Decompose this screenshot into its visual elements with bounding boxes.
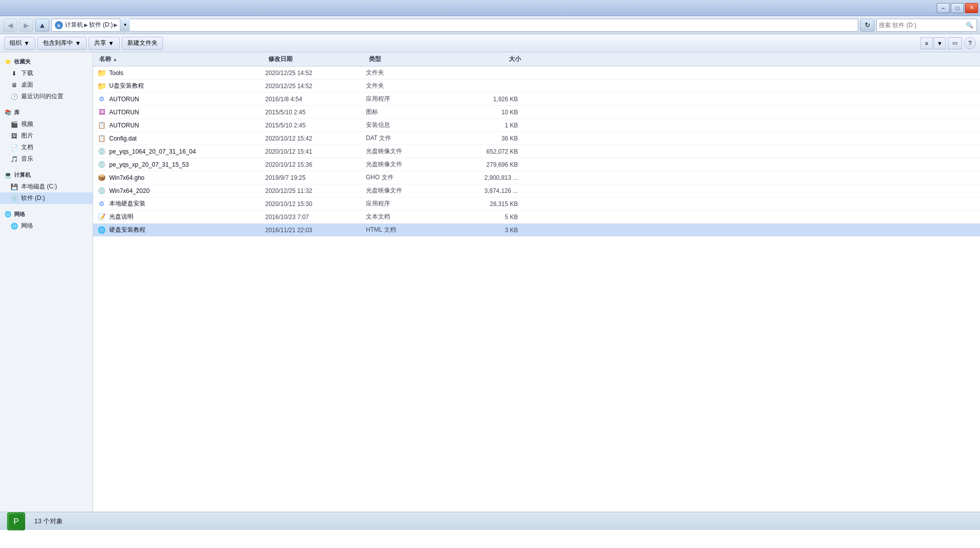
file-row[interactable]: 📋 AUTORUN 2015/5/10 2:45 安装信息 1 KB — [93, 119, 980, 132]
file-icon: ⚙ — [97, 95, 106, 104]
file-row[interactable]: 🌐 硬盘安装教程 2016/11/21 22:03 HTML 文档 3 KB — [93, 224, 980, 237]
pictures-icon: 🖼 — [10, 132, 18, 140]
view-dropdown-button[interactable]: ▼ — [934, 37, 946, 49]
file-type: DAT 文件 — [366, 134, 457, 143]
file-row[interactable]: 🖼 AUTORUN 2015/5/10 2:45 图标 10 KB — [93, 106, 980, 119]
search-input[interactable] — [879, 22, 964, 29]
file-icon: 💿 — [97, 160, 106, 169]
sidebar-item-network[interactable]: 🌐 网络 — [0, 220, 93, 232]
column-headers: 名称 ▲ 修改日期 类型 大小 — [93, 52, 980, 66]
sidebar-downloads-label: 下载 — [21, 69, 33, 78]
organize-button[interactable]: 组织 ▼ — [4, 37, 35, 50]
file-row[interactable]: 💿 pe_yqs_1064_20_07_31_16_04 2020/10/12 … — [93, 145, 980, 158]
file-row[interactable]: 💿 Win7x64_2020 2020/12/25 11:32 光盘映像文件 3… — [93, 184, 980, 197]
file-icon: ⚙ — [97, 199, 106, 209]
file-row[interactable]: 📁 U盘安装教程 2020/12/25 14:52 文件夹 — [93, 80, 980, 93]
svg-text:P: P — [14, 517, 19, 526]
file-row[interactable]: 📦 Win7x64.gho 2019/9/7 19:25 GHO 文件 2,90… — [93, 171, 980, 184]
search-icon[interactable]: 🔍 — [964, 20, 974, 30]
breadcrumb-drive[interactable]: 软件 (D:) — [89, 21, 113, 29]
file-row[interactable]: ⚙ AUTORUN 2016/1/8 4:54 应用程序 1,926 KB — [93, 93, 980, 106]
file-type: 光盘映像文件 — [366, 160, 457, 169]
col-header-name[interactable]: 名称 ▲ — [97, 55, 268, 63]
file-date: 2020/10/12 15:36 — [265, 161, 366, 168]
main-layout: ⭐ 收藏夹 ⬇ 下载 🖥 桌面 🕐 最近访问的位置 📚 库 � — [0, 52, 980, 512]
file-date: 2016/11/21 22:03 — [265, 227, 366, 234]
music-icon: 🎵 — [10, 155, 18, 163]
col-header-size[interactable]: 大小 — [460, 55, 525, 63]
sidebar-item-documents[interactable]: 📄 文档 — [0, 142, 93, 153]
archive-label: 包含到库中 — [43, 39, 73, 47]
col-header-type[interactable]: 类型 — [369, 55, 460, 63]
network-icon: 🌐 — [4, 210, 12, 218]
back-button[interactable]: ◀ — [3, 19, 17, 32]
sidebar-item-pictures[interactable]: 🖼 图片 — [0, 130, 93, 142]
file-type: 图标 — [366, 108, 457, 116]
file-name: Config.dat — [109, 135, 265, 142]
file-type: 应用程序 — [366, 95, 457, 103]
file-row[interactable]: 📁 Tools 2020/12/25 14:52 文件夹 — [93, 66, 980, 80]
sidebar-item-video[interactable]: 🎬 视频 — [0, 118, 93, 130]
addressbar: ◀ ▶ ▲ ⊕ 计算机 ▶ 软件 (D:) ▶ ▼ ↻ 🔍 — [0, 16, 980, 34]
file-name: Win7x64_2020 — [109, 187, 265, 194]
maximize-button[interactable]: □ — [951, 3, 964, 13]
forward-button[interactable]: ▶ — [19, 19, 33, 32]
sidebar-library-label: 库 — [14, 109, 20, 116]
close-button[interactable]: ✕ — [965, 3, 978, 13]
view-toggle: ≡ ▼ — [921, 37, 946, 49]
file-name: AUTORUN — [109, 122, 265, 129]
sidebar-network-item-label: 网络 — [21, 222, 33, 230]
file-row[interactable]: 📝 光盘说明 2016/10/23 7:07 文本文档 5 KB — [93, 211, 980, 224]
sidebar-item-music[interactable]: 🎵 音乐 — [0, 153, 93, 165]
sidebar-item-desktop[interactable]: 🖥 桌面 — [0, 79, 93, 91]
breadcrumb-computer[interactable]: 计算机 — [65, 21, 83, 29]
search-box[interactable]: 🔍 — [876, 19, 977, 32]
file-size: 10 KB — [457, 109, 522, 116]
col-header-date[interactable]: 修改日期 — [268, 55, 369, 63]
sidebar-drive-c-label: 本地磁盘 (C:) — [21, 182, 57, 191]
file-size: 3 KB — [457, 227, 522, 234]
file-name: AUTORUN — [109, 109, 265, 116]
file-date: 2020/12/25 11:32 — [265, 187, 366, 194]
file-type: 光盘映像文件 — [366, 186, 457, 195]
sidebar-header-computer: 💻 计算机 — [0, 169, 93, 181]
file-size: 2,900,813 ... — [457, 174, 522, 181]
sidebar-item-drive-d[interactable]: 💿 软件 (D:) — [0, 192, 93, 204]
sidebar-computer-label: 计算机 — [14, 171, 31, 179]
new-folder-button[interactable]: 新建文件夹 — [122, 37, 163, 50]
address-dropdown[interactable]: ▼ — [120, 19, 130, 32]
preview-button[interactable]: ▭ — [948, 37, 962, 49]
file-date: 2020/12/25 14:52 — [265, 83, 366, 90]
svg-text:⊕: ⊕ — [57, 23, 61, 28]
sidebar-item-recent[interactable]: 🕐 最近访问的位置 — [0, 91, 93, 102]
sidebar-header-favorites: ⭐ 收藏夹 — [0, 55, 93, 67]
organize-label: 组织 — [10, 39, 22, 47]
status-logo: P — [6, 511, 26, 531]
file-row[interactable]: 📋 Config.dat 2020/10/12 15:42 DAT 文件 36 … — [93, 132, 980, 145]
sidebar-item-downloads[interactable]: ⬇ 下载 — [0, 67, 93, 79]
breadcrumb-sep1: ▶ — [84, 22, 88, 28]
status-count: 13 个对象 — [34, 517, 63, 526]
favorites-star-icon: ⭐ — [4, 57, 12, 65]
share-button[interactable]: 共享 ▼ — [89, 37, 120, 50]
file-name: pe_yqs_xp_20_07_31_15_53 — [109, 161, 265, 168]
help-button[interactable]: ? — [964, 37, 976, 49]
library-icon: 📚 — [4, 108, 12, 116]
file-size: 1 KB — [457, 122, 522, 129]
up-button[interactable]: ▲ — [35, 19, 49, 32]
file-icon: 📁 — [97, 82, 106, 91]
sidebar-item-drive-c[interactable]: 💾 本地磁盘 (C:) — [0, 181, 93, 192]
breadcrumb[interactable]: 计算机 ▶ 软件 (D:) ▶ — [65, 21, 118, 29]
file-name: Win7x64.gho — [109, 174, 265, 181]
file-icon: 💿 — [97, 186, 106, 195]
sidebar-favorites-label: 收藏夹 — [14, 58, 31, 65]
sort-arrow-name: ▲ — [113, 57, 117, 62]
minimize-button[interactable]: − — [937, 3, 950, 13]
file-row[interactable]: ⚙ 本地硬盘安装 2020/10/12 15:30 应用程序 28,315 KB — [93, 197, 980, 211]
sidebar-network-label: 网络 — [14, 211, 25, 218]
archive-button[interactable]: 包含到库中 ▼ — [37, 37, 87, 50]
view-button[interactable]: ≡ — [921, 37, 933, 49]
file-date: 2019/9/7 19:25 — [265, 174, 366, 181]
refresh-button[interactable]: ↻ — [860, 19, 874, 32]
file-row[interactable]: 💿 pe_yqs_xp_20_07_31_15_53 2020/10/12 15… — [93, 158, 980, 171]
